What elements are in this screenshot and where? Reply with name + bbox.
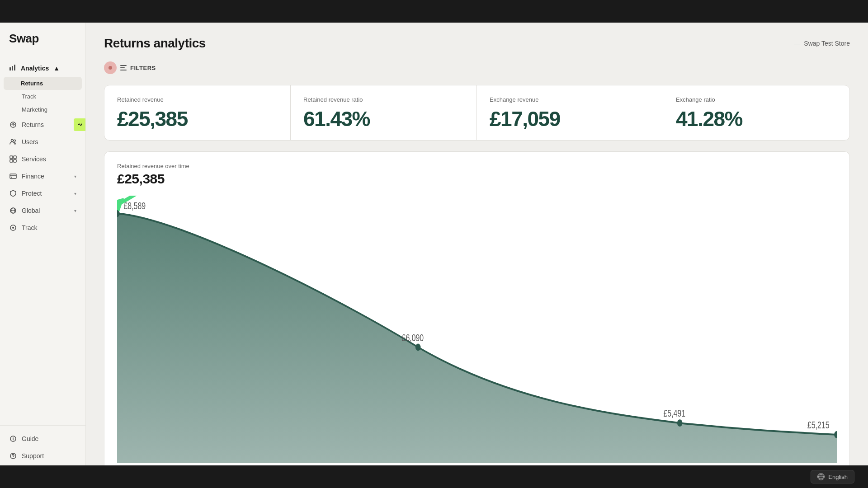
finance-chevron: ▾ [74,174,76,179]
svg-point-17 [13,437,14,438]
protect-icon [9,189,17,197]
chart-label-1: £6,090 [402,332,424,343]
svg-rect-2 [14,65,15,70]
stats-grid: Retained revenue £25,385 Retained revenu… [104,85,850,141]
stat-label-1: Retained revenue ratio [303,96,464,103]
guide-icon [9,435,17,443]
protect-chevron: ▾ [74,191,76,196]
sidebar-sub-returns[interactable]: Returns [4,77,82,90]
svg-point-19 [108,66,112,70]
analytics-chevron: ▲ [53,65,60,72]
global-chevron: ▾ [74,208,76,213]
returns-label: Returns [22,121,44,128]
chart-point-1 [415,344,421,351]
sidebar-item-guide[interactable]: Guide [0,430,85,447]
users-icon [9,138,17,146]
chart-header: Retained revenue over time £25,385 [117,163,837,194]
svg-point-4 [11,140,14,142]
page-header: Returns analytics — Swap Test Store [104,36,850,51]
analytics-label: Analytics [21,65,49,72]
chart-svg: £8,589 £6,090 £5,491 £5,215 [117,196,837,463]
guide-label: Guide [22,435,38,442]
chart-subtitle: Retained revenue over time [117,163,837,169]
finance-icon [9,172,17,180]
chart-label-3: £5,215 [807,420,830,431]
support-icon [9,452,17,460]
returns-highlight-box [74,118,85,131]
filters-bar[interactable]: FILTERS [104,61,850,74]
track-icon [9,224,17,232]
chart-point-2 [677,419,683,427]
chart-label-0: £8,589 [123,200,146,211]
sidebar-sub-marketing[interactable]: Marketing [0,103,85,116]
stat-exchange-ratio: Exchange ratio 41.28% [663,85,849,140]
sidebar-item-protect[interactable]: Protect ▾ [0,185,85,202]
filter-active-indicator [104,61,117,74]
stat-exchange-revenue: Exchange revenue £17,059 [477,85,663,140]
analytics-section: Analytics ▲ Returns Track Marketing [0,59,85,116]
store-info: — Swap Test Store [794,40,850,47]
stat-label-3: Exchange ratio [676,96,837,103]
svg-rect-1 [12,66,13,70]
sidebar-item-users[interactable]: Users [0,133,85,150]
stat-value-3: 41.28% [676,108,837,129]
chart-area: £8,589 £6,090 £5,491 £5,215 [117,196,837,463]
finance-label: Finance [22,173,44,180]
analytics-icon [9,64,16,72]
sidebar-item-finance[interactable]: Finance ▾ [0,168,85,185]
store-separator: — [794,40,800,47]
svg-rect-6 [10,156,13,159]
svg-point-15 [12,227,14,229]
globe-icon [817,473,825,480]
stat-label-0: Retained revenue [117,96,278,103]
svg-point-5 [14,140,16,141]
svg-rect-7 [14,156,16,159]
stat-value-2: £17,059 [490,108,650,129]
page-title: Returns analytics [104,36,206,51]
stat-label-2: Exchange revenue [490,96,650,103]
chart-section: Retained revenue over time £25,385 [104,151,850,474]
sidebar-nav: Analytics ▲ Returns Track Marketing [0,59,85,421]
support-label: Support [22,452,44,460]
svg-rect-8 [10,160,13,162]
filters-label[interactable]: FILTERS [130,65,156,71]
analytics-submenu: Returns Track Marketing [0,77,85,116]
svg-rect-0 [9,67,11,70]
protect-label: Protect [22,190,42,197]
svg-rect-10 [10,174,16,178]
app-logo: Swap [0,32,85,59]
store-name: Swap Test Store [804,40,850,47]
stat-value-0: £25,385 [117,108,278,129]
sidebar-item-track[interactable]: Track [0,219,85,236]
language-selector[interactable]: English [811,470,854,483]
svg-rect-11 [11,177,12,178]
returns-icon [9,121,17,129]
global-label: Global [22,207,40,214]
chart-label-2: £5,491 [663,408,685,419]
sidebar-sub-track[interactable]: Track [0,90,85,103]
stat-value-1: 61.43% [303,108,464,129]
sidebar: Swap Analytics ▲ Returns [0,23,86,488]
sidebar-item-returns[interactable]: Returns [0,116,85,133]
svg-rect-9 [14,160,16,162]
services-icon [9,155,17,163]
language-label: English [828,474,848,480]
services-label: Services [22,155,46,163]
users-label: Users [22,138,38,145]
sidebar-item-analytics[interactable]: Analytics ▲ [0,59,85,77]
sidebar-item-services[interactable]: Services [0,150,85,168]
filter-lines-icon [120,65,127,70]
bottom-bar: English [0,465,868,488]
sidebar-item-support[interactable]: Support [0,447,85,465]
track-label: Track [22,224,37,231]
chart-area-fill [117,213,837,463]
global-icon [9,206,17,215]
stat-retained-revenue: Retained revenue £25,385 [104,85,291,140]
stat-retained-ratio: Retained revenue ratio 61.43% [291,85,477,140]
sidebar-item-global[interactable]: Global ▾ [0,202,85,219]
main-content: Returns analytics — Swap Test Store FILT… [86,23,868,488]
chart-main-value: £25,385 [117,171,837,187]
